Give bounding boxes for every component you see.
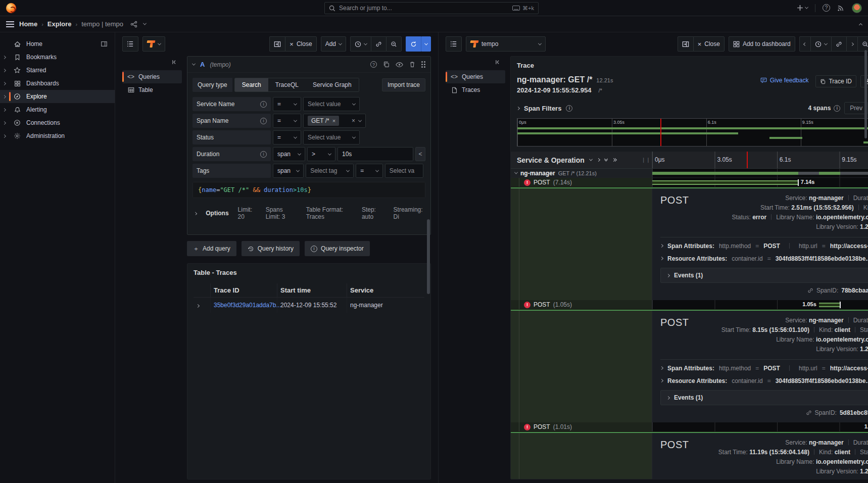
help-icon[interactable]: ? bbox=[823, 4, 830, 12]
copy-link-button[interactable] bbox=[371, 36, 386, 52]
time-shift-forward-button[interactable] bbox=[846, 36, 857, 52]
service-value-select[interactable]: Select value bbox=[303, 97, 360, 111]
tags-value-select[interactable]: Select va bbox=[385, 164, 423, 178]
time-picker-button[interactable] bbox=[350, 36, 371, 52]
datasource-picker-left[interactable] bbox=[142, 36, 165, 52]
rail-item-queries[interactable]: <> Queries bbox=[122, 70, 182, 83]
duration-scope-select[interactable]: span bbox=[273, 147, 305, 161]
breadcrumb-tempo[interactable]: tempo | tempo bbox=[81, 20, 123, 28]
span-value-select[interactable]: GET /*× × bbox=[303, 114, 366, 128]
query-inspector-button[interactable]: iQuery inspector bbox=[305, 241, 370, 256]
sidebar-item-home[interactable]: Home bbox=[0, 37, 115, 51]
breadcrumb-home[interactable]: Home bbox=[19, 20, 37, 28]
time-shift-back-button[interactable] bbox=[799, 36, 810, 52]
expand-all-icon[interactable] bbox=[612, 159, 616, 161]
resource-attributes-row[interactable]: Resource Attributes:container.id=304fd88… bbox=[660, 252, 868, 265]
search-input[interactable]: Search or jump to... ⌘+k bbox=[324, 2, 539, 14]
tab-service-graph[interactable]: Service Graph bbox=[306, 78, 359, 91]
sidebar-item-dashboards[interactable]: Dashboards bbox=[0, 77, 115, 90]
grafana-logo-icon[interactable] bbox=[6, 3, 16, 13]
zoom-out-button[interactable] bbox=[857, 36, 868, 52]
drag-handle-icon[interactable] bbox=[421, 61, 425, 68]
link-icon[interactable] bbox=[807, 287, 813, 294]
sidebar-item-connections[interactable]: Connections bbox=[0, 116, 115, 129]
datasource-picker-right[interactable]: tempo bbox=[466, 36, 546, 52]
span-name-cell[interactable]: !POST(1.01s) bbox=[511, 422, 652, 431]
add-dropdown-button[interactable]: Add bbox=[321, 36, 346, 52]
close-split-left-button[interactable]: ×Close bbox=[285, 36, 316, 52]
collapse-rail-icon[interactable] bbox=[122, 57, 182, 70]
query-options-row[interactable]: Options Limit: 20 Spans Limit: 3 Table F… bbox=[192, 202, 425, 228]
collapse-rail-icon[interactable] bbox=[446, 57, 505, 70]
move-to-split-button[interactable] bbox=[678, 36, 693, 52]
tab-search[interactable]: Search bbox=[235, 78, 268, 91]
zoom-out-button[interactable] bbox=[386, 36, 402, 52]
query-rows-icon-button[interactable] bbox=[446, 36, 462, 52]
trash-icon[interactable] bbox=[409, 61, 415, 68]
duration-value-input[interactable]: 10s bbox=[337, 147, 413, 161]
trace-minimap[interactable]: 0μs 3.05s 6.1s 9.15s 12.21s bbox=[517, 118, 868, 147]
import-trace-button[interactable]: Import trace bbox=[382, 78, 425, 91]
run-query-interval-button[interactable] bbox=[421, 36, 431, 52]
span-name-cell[interactable]: !POST(7.14s) bbox=[511, 178, 652, 187]
share-icon[interactable] bbox=[130, 21, 137, 28]
sidebar-item-alerting[interactable]: Alerting bbox=[0, 103, 115, 116]
root-span-row[interactable]: ng-manager GET /* (12.21s) bbox=[511, 169, 868, 178]
span-name-cell[interactable]: !POST(1.05s) bbox=[511, 300, 652, 309]
breadcrumb-explore[interactable]: Explore bbox=[47, 20, 72, 28]
span-bar-cell[interactable]: 1.01s bbox=[652, 422, 868, 431]
tags-operator-select[interactable]: = bbox=[356, 164, 383, 178]
menu-icon[interactable] bbox=[6, 21, 14, 27]
window-scrollbar[interactable] bbox=[864, 50, 867, 138]
rail-item-table[interactable]: Table bbox=[122, 83, 182, 96]
query-history-button[interactable]: Query history bbox=[242, 241, 300, 256]
rail-item-queries[interactable]: <> Queries bbox=[446, 70, 505, 83]
clear-all-icon[interactable]: × bbox=[352, 117, 355, 124]
span-row[interactable]: !POST(7.14s)7.14s bbox=[511, 178, 868, 187]
give-feedback-link[interactable]: Give feedback bbox=[760, 77, 809, 84]
coll apse-all-icon[interactable] bbox=[605, 158, 607, 162]
chevron-down-icon[interactable] bbox=[143, 22, 147, 25]
close-split-right-button[interactable]: ×Close bbox=[693, 36, 725, 52]
tags-tag-select[interactable]: Select tag bbox=[306, 164, 354, 178]
span-row[interactable]: !POST(1.05s)1.05s bbox=[511, 300, 868, 310]
remove-chip-icon[interactable]: × bbox=[332, 118, 335, 124]
collapse-one-icon[interactable] bbox=[590, 159, 592, 161]
tags-scope-select[interactable]: span bbox=[273, 164, 304, 178]
link-icon[interactable] bbox=[806, 410, 812, 416]
sidebar-item-bookmarks[interactable]: Bookmarks bbox=[0, 51, 115, 64]
left-pane-scrollbar[interactable] bbox=[427, 219, 430, 294]
rail-item-traces[interactable]: Traces bbox=[446, 83, 505, 96]
query-help-icon[interactable]: ? bbox=[370, 61, 377, 68]
add-to-dashboard-button[interactable]: Add to dashboard bbox=[729, 36, 795, 52]
span-row[interactable]: !POST(1.01s)1.01s bbox=[511, 422, 868, 432]
events-row[interactable]: Events (1) bbox=[660, 390, 868, 405]
span-attributes-row[interactable]: Span Attributes:http.method=POSThttp.url… bbox=[660, 362, 868, 374]
sidebar-item-administration[interactable]: Administration bbox=[0, 129, 115, 142]
tab-traceql[interactable]: TraceQL bbox=[268, 78, 306, 91]
hide-response-eye-icon[interactable] bbox=[396, 62, 403, 68]
run-query-button[interactable] bbox=[406, 36, 421, 52]
span-filters-toggle[interactable]: Span Filtersi bbox=[517, 105, 572, 112]
dock-sidebar-icon[interactable] bbox=[101, 40, 108, 47]
chevron-down-icon[interactable] bbox=[514, 171, 518, 174]
table-cell-trace-id[interactable]: 35be0f3d29a01adda7b... bbox=[211, 298, 277, 313]
duration-operator-select[interactable]: > bbox=[307, 147, 335, 161]
span-bar-cell[interactable]: 1.05s bbox=[652, 300, 868, 309]
sidebar-item-explore[interactable]: Explore bbox=[0, 90, 115, 103]
user-avatar[interactable] bbox=[852, 3, 862, 13]
news-icon[interactable] bbox=[837, 4, 845, 12]
span-name-chip[interactable]: GET /*× bbox=[308, 116, 339, 126]
move-to-split-button[interactable] bbox=[269, 36, 285, 52]
status-operator-select[interactable]: = bbox=[273, 130, 301, 144]
resource-attributes-row[interactable]: Resource Attributes:container.id=304fd88… bbox=[660, 374, 868, 387]
collapse-up-icon[interactable] bbox=[859, 23, 862, 26]
span-operator-select[interactable]: = bbox=[273, 114, 301, 128]
copy-link-button[interactable] bbox=[831, 36, 846, 52]
table-row-expander[interactable] bbox=[194, 298, 211, 313]
table-header-service[interactable]: Service bbox=[347, 283, 424, 298]
span-bar-cell[interactable]: 7.14s bbox=[652, 178, 868, 187]
query-row-header[interactable]: A (tempo) ? bbox=[187, 57, 430, 73]
table-header-trace-id[interactable]: Trace ID bbox=[211, 283, 277, 298]
status-value-select[interactable]: Select value bbox=[303, 130, 360, 144]
